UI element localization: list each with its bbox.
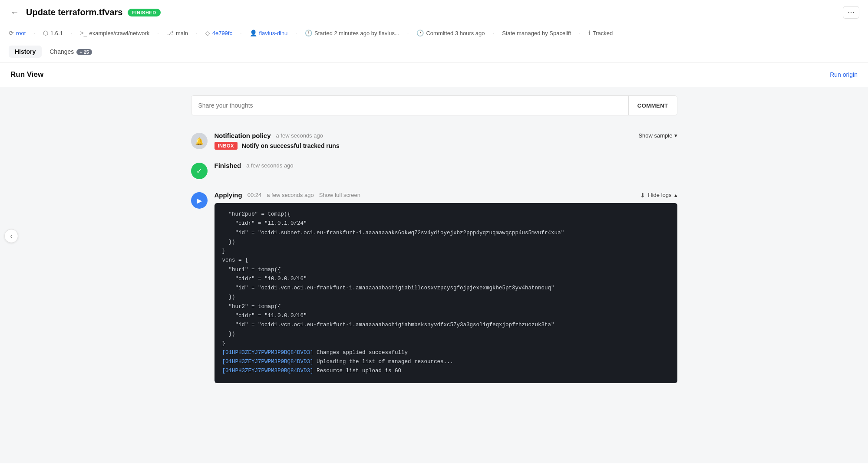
log-line: "cidr" = "11.0.1.0/24"	[222, 219, 670, 228]
log-line-id: [01HPH3ZEYJ7PWPM3P9BQ84DVD3] Resource li…	[222, 367, 670, 376]
comment-input[interactable]	[191, 96, 628, 115]
show-sample-button[interactable]: Show sample ▾	[638, 132, 677, 139]
applying-icon: ▶	[191, 192, 208, 209]
log-line: "id" = "ocid1.subnet.oc1.eu-frankfurt-1.…	[222, 229, 670, 238]
log-line: })	[222, 238, 670, 247]
clock2-icon: 🕐	[416, 30, 424, 36]
meta-path-text: examples/crawl/network	[89, 30, 150, 36]
meta-branch: ⎇ main	[167, 30, 188, 36]
page-title: Update terraform.tfvars	[26, 7, 122, 17]
log-line: "cidr" = "10.0.0.0/16"	[222, 275, 670, 284]
top-bar: ← Update terraform.tfvars FINISHED ⋯	[0, 0, 868, 25]
meta-started-text: Started 2 minutes ago by flavius...	[314, 30, 399, 36]
meta-commit: ◇ 4e799fc	[205, 30, 232, 36]
log-line: "id" = "ocid1.vcn.oc1.eu-frankfurt-1.ama…	[222, 321, 670, 330]
timeline-item-finished: ✓ Finished a few seconds ago	[191, 156, 677, 185]
back-button[interactable]: ←	[9, 7, 21, 17]
log-line: }	[222, 339, 670, 348]
meta-version: ⬡ 1.6.1	[43, 30, 63, 36]
meta-branch-text: main	[176, 30, 188, 36]
notification-content: Notification policy a few seconds ago Sh…	[215, 132, 677, 150]
comment-box: COMMENT	[191, 95, 677, 115]
meta-committed: 🕐 Committed 3 hours ago	[416, 30, 485, 36]
hide-logs-button[interactable]: ⬇ Hide logs ▴	[640, 192, 677, 199]
timeline-item-applying: ▶ Applying 00:24 a few seconds ago Show …	[191, 185, 677, 389]
timeline-item-notification: 🔔 Notification policy a few seconds ago …	[191, 126, 677, 156]
meta-state-text: State managed by Spacelift	[502, 30, 571, 36]
comment-button[interactable]: COMMENT	[628, 96, 677, 115]
finished-icon: ✓	[191, 163, 208, 179]
meta-tracked: ℹ Tracked	[588, 30, 613, 36]
timeline: 🔔 Notification policy a few seconds ago …	[174, 126, 695, 389]
finished-title: Finished	[215, 162, 241, 169]
changes-badge: + 25	[76, 49, 92, 55]
meta-root: ⟳ root	[9, 30, 26, 36]
notification-icon: 🔔	[191, 133, 208, 149]
tabs-bar: History Changes + 25	[0, 41, 868, 62]
run-view-title: Run View	[10, 70, 43, 79]
info-icon: ℹ	[588, 30, 591, 36]
meta-user: 👤 flavius-dinu	[250, 30, 288, 36]
finished-time: a few seconds ago	[246, 162, 293, 169]
download-icon: ⬇	[640, 192, 645, 199]
collapse-nav-button[interactable]: ‹	[4, 229, 18, 243]
notification-header: Notification policy a few seconds ago Sh…	[215, 132, 677, 139]
inbox-badge: INBOX	[215, 142, 238, 150]
meta-state: State managed by Spacelift	[502, 30, 571, 36]
meta-path: >_ examples/crawl/network	[80, 30, 150, 36]
applying-title: Applying	[215, 191, 242, 199]
root-icon: ⟳	[9, 30, 14, 36]
run-origin-link[interactable]: Run origin	[830, 71, 858, 78]
notification-time: a few seconds ago	[276, 132, 323, 139]
main-content: COMMENT 🔔 Notification policy a few seco…	[0, 87, 868, 463]
meta-tracked-text: Tracked	[593, 30, 613, 36]
log-line: "hur2" = tomap({	[222, 302, 670, 311]
tab-changes[interactable]: Changes + 25	[43, 46, 98, 58]
log-line: })	[222, 330, 670, 339]
meta-bar: ⟳ root · ⬡ 1.6.1 · >_ examples/crawl/net…	[0, 25, 868, 41]
log-line: "hur1" = tomap({	[222, 266, 670, 275]
chevron-up-icon: ▴	[674, 192, 677, 198]
meta-version-text: 1.6.1	[50, 30, 63, 36]
root-link[interactable]: root	[16, 30, 26, 36]
user-link[interactable]: flavius-dinu	[259, 30, 288, 36]
meta-started: 🕐 Started 2 minutes ago by flavius...	[305, 30, 399, 36]
terminal-icon: >_	[80, 30, 87, 36]
user-icon: 👤	[250, 30, 257, 36]
log-line: })	[222, 293, 670, 302]
log-block: "hur2pub" = tomap({ "cidr" = "11.0.1.0/2…	[215, 203, 677, 383]
run-view-header: Run View Run origin	[0, 62, 868, 87]
applying-content: Applying 00:24 a few seconds ago Show fu…	[215, 191, 677, 383]
tab-history[interactable]: History	[9, 46, 42, 58]
notification-title: Notification policy	[215, 132, 271, 139]
log-line-id: [01HPH3ZEYJ7PWPM3P9BQ84DVD3] Uploading t…	[222, 357, 670, 367]
log-line: "hur2pub" = tomap({	[222, 210, 670, 219]
status-badge: FINISHED	[128, 9, 160, 16]
notification-row: INBOX Notify on successful tracked runs	[215, 142, 677, 150]
commit-icon: ◇	[205, 30, 210, 36]
applying-duration: 00:24	[248, 192, 262, 198]
log-line: "id" = "ocid1.vcn.oc1.eu-frankfurt-1.ama…	[222, 284, 670, 293]
more-button[interactable]: ⋯	[843, 6, 859, 19]
branch-icon: ⎇	[167, 30, 174, 36]
finished-header: Finished a few seconds ago	[215, 162, 677, 169]
show-fullscreen-link[interactable]: Show full screen	[319, 192, 360, 198]
version-icon: ⬡	[43, 30, 48, 36]
log-line-id: [01HPH3ZEYJ7PWPM3P9BQ84DVD3] Changes app…	[222, 348, 670, 357]
commit-link[interactable]: 4e799fc	[212, 30, 232, 36]
log-line: vcns = {	[222, 256, 670, 265]
finished-content: Finished a few seconds ago	[215, 162, 677, 171]
log-line: }	[222, 247, 670, 256]
clock-icon: 🕐	[305, 30, 312, 36]
notification-text: Notify on successful tracked runs	[242, 142, 340, 149]
applying-time: a few seconds ago	[267, 192, 314, 198]
meta-committed-text: Committed 3 hours ago	[426, 30, 485, 36]
comment-box-wrap: COMMENT	[174, 95, 695, 115]
log-line: "cidr" = "11.0.0.0/16"	[222, 311, 670, 321]
applying-header: Applying 00:24 a few seconds ago Show fu…	[215, 191, 677, 199]
chevron-down-icon: ▾	[674, 132, 677, 139]
